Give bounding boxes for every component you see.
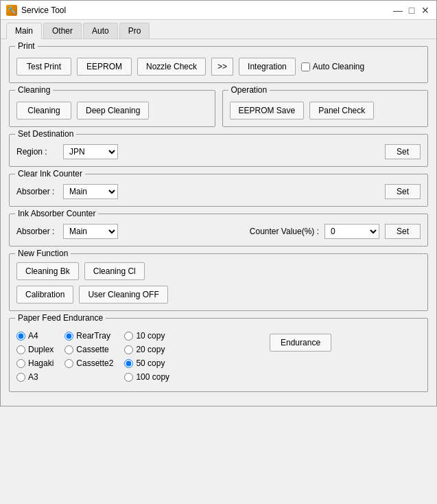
- eeprom-save-button[interactable]: EEPROM Save: [230, 102, 305, 119]
- radio-100-copy[interactable]: 100 copy: [124, 372, 169, 382]
- counter-value-label: Counter Value(%) :: [250, 227, 319, 236]
- absorber-label-counter: Absorber :: [16, 227, 58, 236]
- auto-cleaning-checkbox[interactable]: [301, 62, 310, 71]
- integration-button[interactable]: Integration: [239, 58, 296, 76]
- new-function-section: New Function Cleaning Bk Cleaning Cl Cal…: [9, 253, 428, 311]
- tab-main[interactable]: Main: [6, 23, 42, 39]
- radio-20-copy[interactable]: 20 copy: [124, 345, 169, 354]
- calibration-button[interactable]: Calibration: [16, 286, 73, 303]
- title-bar-left: 🔧 Service Tool: [6, 5, 66, 16]
- absorber-select-ink[interactable]: Main Sub: [63, 184, 118, 199]
- user-cleaning-off-button[interactable]: User Cleaning OFF: [79, 286, 167, 303]
- paper-size-group: A4 Duplex Hagaki A3: [16, 331, 54, 385]
- cleaning-bk-button[interactable]: Cleaning Bk: [16, 262, 79, 280]
- auto-cleaning-label[interactable]: Auto Cleaning: [301, 62, 364, 71]
- cleaning-cl-button[interactable]: Cleaning Cl: [84, 262, 145, 280]
- radio-a3[interactable]: A3: [16, 372, 54, 382]
- tab-auto[interactable]: Auto: [83, 23, 118, 38]
- deep-cleaning-button[interactable]: Deep Cleaning: [77, 102, 149, 119]
- counter-value-select[interactable]: 0 10 20 50: [324, 224, 379, 239]
- test-print-button[interactable]: Test Print: [16, 58, 71, 76]
- radio-cassette2[interactable]: Cassette2: [64, 358, 113, 368]
- radio-hagaki[interactable]: Hagaki: [16, 358, 54, 368]
- nozzle-check-button[interactable]: Nozzle Check: [137, 58, 206, 76]
- auto-cleaning-text: Auto Cleaning: [313, 62, 364, 71]
- paper-feed-endurance-title: Paper Feed Endurance: [15, 313, 106, 323]
- tray-type-group: RearTray Cassette Cassette2: [64, 331, 113, 371]
- minimize-button[interactable]: —: [392, 5, 403, 16]
- set-destination-section: Set Destination Region : JPN USA EUR Set: [9, 134, 428, 167]
- main-window: 🔧 Service Tool — □ ✕ Main Other Auto Pro…: [0, 0, 437, 406]
- arrows-button[interactable]: >>: [211, 58, 233, 76]
- tab-pro[interactable]: Pro: [119, 23, 150, 38]
- set-ink-counter-button[interactable]: Set: [385, 184, 421, 199]
- radio-a4[interactable]: A4: [16, 331, 54, 341]
- window-title: Service Tool: [21, 5, 66, 15]
- set-absorber-counter-button[interactable]: Set: [385, 224, 421, 239]
- clear-ink-counter-section: Clear Ink Counter Absorber : Main Sub Se…: [9, 174, 428, 207]
- eeprom-button[interactable]: EEPROM: [77, 58, 132, 76]
- maximize-button[interactable]: □: [406, 5, 417, 16]
- radio-cassette[interactable]: Cassette: [64, 345, 113, 354]
- tab-other[interactable]: Other: [43, 23, 82, 38]
- print-section: Print Test Print EEPROM Nozzle Check >> …: [9, 46, 428, 83]
- cleaning-section-title: Cleaning: [15, 85, 53, 95]
- clear-ink-counter-title: Clear Ink Counter: [15, 169, 85, 179]
- ink-absorber-counter-title: Ink Absorber Counter: [15, 209, 98, 218]
- cleaning-operation-row: Cleaning Cleaning Deep Cleaning Operatio…: [9, 90, 428, 127]
- copy-count-group: 10 copy 20 copy 50 copy 100 copy: [124, 331, 169, 385]
- absorber-label-ink: Absorber :: [16, 187, 58, 196]
- ink-absorber-counter-section: Ink Absorber Counter Absorber : Main Sub…: [9, 214, 428, 247]
- title-bar: 🔧 Service Tool — □ ✕: [1, 1, 436, 20]
- paper-feed-endurance-section: Paper Feed Endurance A4 Duplex Hagaki A3: [9, 318, 428, 392]
- tab-bar: Main Other Auto Pro: [1, 20, 436, 39]
- close-button[interactable]: ✕: [420, 5, 431, 16]
- set-destination-title: Set Destination: [15, 129, 76, 139]
- cleaning-button[interactable]: Cleaning: [16, 102, 71, 119]
- region-label: Region :: [16, 147, 58, 157]
- set-destination-button[interactable]: Set: [385, 144, 421, 159]
- app-icon: 🔧: [6, 5, 17, 16]
- radio-50-copy[interactable]: 50 copy: [124, 358, 169, 368]
- new-function-title: New Function: [15, 249, 71, 258]
- operation-section: Operation EEPROM Save Panel Check: [222, 90, 429, 127]
- title-controls: — □ ✕: [392, 5, 431, 16]
- radio-10-copy[interactable]: 10 copy: [124, 331, 169, 341]
- panel-check-button[interactable]: Panel Check: [309, 102, 374, 119]
- endurance-button[interactable]: Endurance: [270, 334, 331, 352]
- radio-rear-tray[interactable]: RearTray: [64, 331, 113, 341]
- region-select[interactable]: JPN USA EUR: [63, 144, 118, 159]
- operation-section-title: Operation: [228, 85, 270, 95]
- print-section-title: Print: [15, 41, 38, 51]
- absorber-select-counter[interactable]: Main Sub: [63, 224, 118, 239]
- radio-duplex[interactable]: Duplex: [16, 345, 54, 354]
- main-content: Print Test Print EEPROM Nozzle Check >> …: [1, 39, 436, 406]
- cleaning-section: Cleaning Cleaning Deep Cleaning: [9, 90, 215, 127]
